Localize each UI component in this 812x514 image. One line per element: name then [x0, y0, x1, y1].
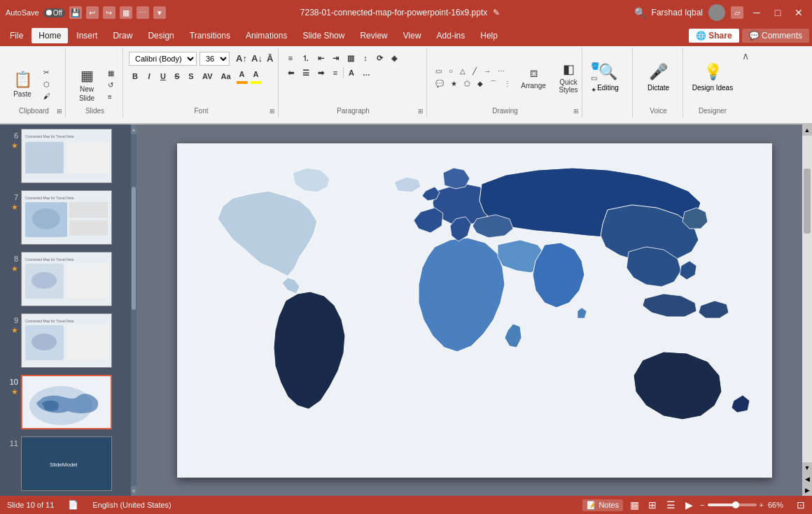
increase-font-btn[interactable]: A↑ — [232, 52, 245, 65]
slide-sorter-btn[interactable]: ⊞ — [645, 499, 659, 511]
convert-smartart-btn[interactable]: ◈ — [388, 52, 400, 64]
menu-file[interactable]: File — [3, 28, 30, 43]
italic-btn[interactable]: I — [143, 70, 155, 83]
clipboard-expand[interactable]: ⊞ — [57, 108, 62, 115]
paragraph-expand[interactable]: ⊞ — [418, 108, 424, 115]
shape-line[interactable]: ╱ — [470, 66, 479, 76]
ribbon-collapse-arrow[interactable]: ∧ — [742, 48, 749, 122]
reading-view-btn[interactable]: ☰ — [664, 499, 678, 511]
font-color-btn[interactable]: A — [236, 68, 248, 84]
section-button[interactable]: ≡ — [105, 92, 117, 102]
new-slide-button[interactable]: ▦ New Slide — [71, 65, 102, 104]
columns-btn[interactable]: ▥ — [344, 52, 358, 64]
highlight-color-btn[interactable]: A — [250, 68, 262, 84]
bullets-btn[interactable]: ≡ — [284, 52, 297, 64]
shape-star[interactable]: ★ — [448, 78, 460, 89]
more-icon[interactable]: ⋯ — [136, 6, 149, 19]
autosave-toggle[interactable]: Off — [43, 8, 65, 17]
comments-button[interactable]: 💬 Comments — [742, 29, 809, 43]
font-family-select[interactable]: Calibri (Body) — [129, 52, 197, 66]
share-button[interactable]: 🌐 Share — [689, 29, 739, 43]
menu-addins[interactable]: Add-ins — [430, 28, 472, 43]
align-center-btn[interactable]: ☰ — [299, 66, 313, 79]
quick-styles-button[interactable]: ◧ Quick Styles — [553, 58, 584, 97]
shape-rect[interactable]: ▭ — [433, 66, 444, 76]
bold-btn[interactable]: B — [129, 70, 141, 83]
shape-more[interactable]: ⋯ — [495, 66, 507, 76]
font-size-select[interactable]: 36 — [200, 52, 230, 66]
text-case-btn[interactable]: Aa — [217, 70, 234, 83]
shape-arrow[interactable]: → — [481, 66, 493, 76]
editing-label[interactable]: Editing — [597, 84, 619, 92]
normal-view-btn[interactable]: ▦ — [627, 499, 641, 511]
undo-icon[interactable]: ↩ — [86, 6, 99, 19]
menu-draw[interactable]: Draw — [106, 28, 139, 43]
dictate-label[interactable]: Dictate — [648, 84, 669, 92]
drawing-expand[interactable]: ⊞ — [573, 108, 579, 115]
zoom-out-btn[interactable]: − — [700, 501, 704, 509]
menu-insert[interactable]: Insert — [69, 28, 104, 43]
slide-item-8[interactable]: 8 ★ Connected Map for Travel Note — [3, 250, 134, 308]
paste-button[interactable]: 📋 Paste — [7, 64, 38, 103]
char-spacing-btn[interactable]: AV — [199, 70, 216, 83]
clear-format-btn[interactable]: Ā — [263, 52, 276, 65]
slide-item-6[interactable]: 6 ★ Connected Map for Travel Note — [3, 127, 134, 185]
numbering-btn[interactable]: ⒈ — [298, 52, 313, 64]
menu-view[interactable]: View — [396, 28, 428, 43]
layout-button[interactable]: ▦ — [105, 68, 117, 78]
present-icon[interactable]: ▦ — [120, 6, 132, 19]
zoom-control[interactable]: − + — [700, 501, 764, 509]
align-left-btn[interactable]: ⬅ — [284, 66, 298, 79]
notes-button[interactable]: 📝 Notes — [582, 499, 623, 511]
canvas-scrollbar-v[interactable]: ▲ ▼ ◀ ▶ — [802, 124, 812, 496]
shape-pentagon[interactable]: ⬠ — [461, 78, 473, 89]
design-ideas-label[interactable]: Design Ideas — [692, 84, 733, 92]
text-shadow-btn[interactable]: A — [345, 66, 358, 79]
slide-item-9[interactable]: 9 ★ Connected Map for Travel Note — [3, 312, 134, 369]
decrease-font-btn[interactable]: A↓ — [248, 52, 260, 65]
search-icon[interactable]: 🔍 — [634, 7, 646, 18]
maximize-btn[interactable]: □ — [770, 5, 785, 20]
menu-design[interactable]: Design — [141, 28, 181, 43]
slide-thumb-8[interactable]: Connected Map for Travel Note — [21, 252, 112, 306]
zoom-track[interactable] — [708, 504, 757, 506]
decrease-indent-btn[interactable]: ⇤ — [314, 52, 328, 64]
menu-transitions[interactable]: Transitions — [183, 28, 237, 43]
shape-circle[interactable]: ○ — [446, 66, 456, 76]
slide-thumb-7[interactable]: Connected Map for Travel Note — [21, 190, 112, 245]
text-direction-btn[interactable]: ⟳ — [373, 52, 386, 64]
shape-extra[interactable]: ⋮ — [501, 78, 514, 89]
shape-callout[interactable]: 💬 — [433, 78, 447, 89]
redo-icon[interactable]: ↪ — [103, 6, 115, 19]
slide-thumb-10[interactable] — [21, 375, 112, 429]
menu-slideshow[interactable]: Slide Show — [295, 28, 351, 43]
shape-triangle[interactable]: △ — [457, 66, 468, 76]
zoom-handle[interactable] — [732, 501, 739, 508]
zoom-percent[interactable]: 66% — [768, 501, 792, 509]
line-spacing-btn[interactable]: ↕ — [359, 52, 372, 64]
shape-curve[interactable]: ⌒ — [487, 78, 500, 90]
panel-scrollbar[interactable]: ▲ ▼ — [131, 124, 136, 496]
format-painter-button[interactable]: 🖌 — [41, 91, 53, 101]
slide-thumb-11[interactable]: SlideModel — [21, 436, 112, 491]
ribbon-collapse-icon[interactable]: ▱ — [731, 6, 743, 19]
dropdown-icon[interactable]: ▾ — [153, 6, 166, 19]
minimize-btn[interactable]: ─ — [749, 5, 764, 20]
slide-thumb-9[interactable]: Connected Map for Travel Note — [21, 313, 112, 368]
menu-help[interactable]: Help — [473, 28, 505, 43]
menu-review[interactable]: Review — [353, 28, 394, 43]
increase-indent-btn[interactable]: ⇥ — [329, 52, 342, 64]
slide-thumb-6[interactable]: Connected Map for Travel Note — [21, 129, 112, 183]
justify-btn[interactable]: ≡ — [329, 66, 342, 79]
strikethrough-btn[interactable]: S — [171, 70, 183, 83]
menu-animations[interactable]: Animations — [239, 28, 294, 43]
more-para-btn[interactable]: … — [359, 66, 374, 79]
slide-canvas[interactable] — [177, 143, 772, 478]
align-right-btn[interactable]: ➡ — [314, 66, 328, 79]
zoom-in-btn[interactable]: + — [760, 501, 764, 509]
slideshow-btn[interactable]: ▶ — [682, 499, 696, 511]
slide-item-10[interactable]: 10 ★ — [3, 373, 134, 431]
close-btn[interactable]: ✕ — [791, 5, 806, 20]
menu-home[interactable]: Home — [31, 28, 68, 43]
fit-slide-btn[interactable]: ⊡ — [797, 499, 805, 511]
